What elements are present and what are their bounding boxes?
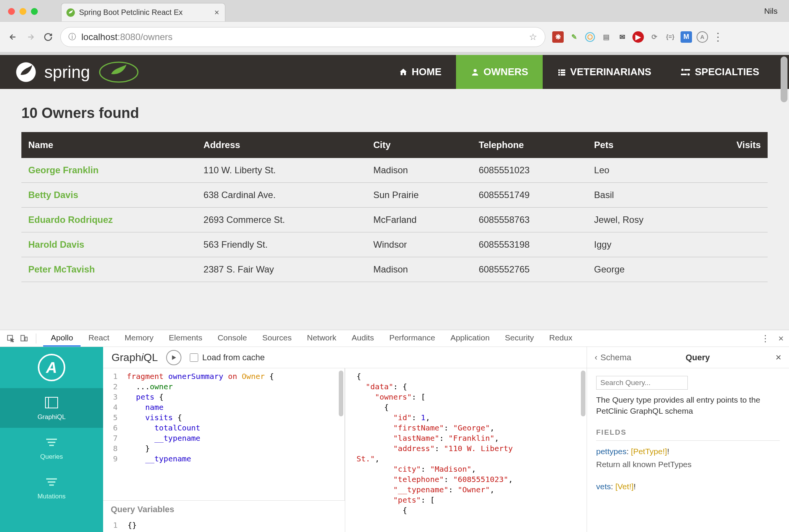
extension-icon-8[interactable]: {=} xyxy=(665,31,676,43)
doc-description: The Query type provides all entry points… xyxy=(596,394,780,417)
line-gutter: 123456789 xyxy=(103,371,123,464)
app-navbar: spring HOME OWNERS VETERINARIANS SPECIAL… xyxy=(0,55,789,89)
svg-rect-11 xyxy=(561,74,565,76)
table-row: Betty Davis 638 Cardinal Ave. Sun Prairi… xyxy=(21,183,768,208)
cache-checkbox-input[interactable] xyxy=(190,353,198,362)
leaf-logo-icon xyxy=(98,61,140,84)
nav-owners[interactable]: OWNERS xyxy=(456,55,543,89)
bookmark-star-icon[interactable]: ☆ xyxy=(529,32,537,42)
load-from-cache-checkbox[interactable]: Load from cache xyxy=(190,353,265,363)
cell-pets: Jewel, Rosy xyxy=(587,208,700,232)
result-pane[interactable]: { "data": { "owners": [ { "id": 1, "firs… xyxy=(345,368,587,532)
field-vets[interactable]: vets: [Vet!]! xyxy=(596,482,780,491)
profile-name[interactable]: Nils xyxy=(764,6,778,16)
svg-rect-19 xyxy=(45,397,58,408)
devtools-tab-security[interactable]: Security xyxy=(497,330,542,347)
doc-back-button[interactable]: ‹ Schema xyxy=(595,353,631,363)
window-close-button[interactable] xyxy=(8,8,15,15)
cell-visits xyxy=(700,232,768,257)
sidebar-graphiql[interactable]: GraphiQL xyxy=(0,388,103,428)
owner-name-link[interactable]: Harold Davis xyxy=(21,232,197,257)
extension-icon-2[interactable]: ✎ xyxy=(568,31,580,43)
devtools-tab-sources[interactable]: Sources xyxy=(255,330,299,347)
home-icon xyxy=(399,68,408,77)
doc-body: The Query type provides all entry points… xyxy=(587,368,789,503)
address-bar[interactable]: ⓘ localhost:8080/owners ☆ xyxy=(60,27,545,47)
devtools-tab-redux[interactable]: Redux xyxy=(542,330,580,347)
extension-icon-1[interactable]: ❋ xyxy=(552,31,564,43)
devtools-tab-audits[interactable]: Audits xyxy=(344,330,382,347)
extension-icon-5[interactable]: ✉ xyxy=(616,31,628,43)
nav-specialties[interactable]: SPECIALTIES xyxy=(666,55,774,89)
owner-name-link[interactable]: Peter McTavish xyxy=(21,257,197,282)
devtools-tab-application[interactable]: Application xyxy=(443,330,497,347)
play-button[interactable] xyxy=(166,350,181,365)
browser-menu-icon[interactable]: ⋮ xyxy=(713,31,723,43)
browser-chrome: Nils Spring Boot Petclinic React Ex × ⓘ … xyxy=(0,0,789,55)
doc-explorer: ‹ Schema Query × The Query type provides… xyxy=(587,347,789,532)
result-scrollbar[interactable] xyxy=(581,371,585,416)
owner-name-link[interactable]: George Franklin xyxy=(21,158,197,183)
table-row: George Franklin 110 W. Liberty St. Madis… xyxy=(21,158,768,183)
nav-veterinarians[interactable]: VETERINARIANS xyxy=(543,55,666,89)
cell-pets: Basil xyxy=(587,183,700,208)
tab-close-icon[interactable]: × xyxy=(214,8,219,18)
query-variables-header[interactable]: Query Variables xyxy=(103,500,345,518)
browser-tab[interactable]: Spring Boot Petclinic React Ex × xyxy=(61,3,225,21)
devtools-menu-icon[interactable]: ⋮ xyxy=(761,333,770,344)
svg-rect-9 xyxy=(561,72,565,73)
doc-close-icon[interactable]: × xyxy=(776,351,781,363)
page-viewport: spring HOME OWNERS VETERINARIANS SPECIAL… xyxy=(0,55,789,330)
spring-logo[interactable]: spring xyxy=(15,61,140,84)
cell-telephone: 6085558763 xyxy=(472,208,587,232)
extension-icon-4[interactable]: ▤ xyxy=(600,31,612,43)
extension-icon-7[interactable]: ⟳ xyxy=(648,31,660,43)
extension-icon-3[interactable] xyxy=(584,31,596,43)
extension-icon-10[interactable]: A xyxy=(697,31,708,43)
extension-icon-9[interactable]: M xyxy=(681,31,692,43)
sidebar-queries[interactable]: Queries xyxy=(40,428,63,468)
doc-search-input[interactable] xyxy=(596,376,688,390)
forward-button[interactable] xyxy=(25,32,36,42)
separator xyxy=(36,334,36,343)
field-pettypes[interactable]: pettypes: [[PetType!]!PetType!]! xyxy=(596,447,780,456)
extension-icons: ❋ ✎ ▤ ✉ ▶ ⟳ {=} M A ⋮ xyxy=(552,31,723,43)
devtools-tab-memory[interactable]: Memory xyxy=(117,330,161,347)
cell-visits xyxy=(700,208,768,232)
apollo-logo-icon[interactable]: A xyxy=(38,354,65,381)
devtools-tab-performance[interactable]: Performance xyxy=(382,330,443,347)
devtools-tab-console[interactable]: Console xyxy=(210,330,255,347)
svg-point-2 xyxy=(588,35,592,39)
inspect-icon[interactable] xyxy=(5,333,16,344)
cell-city: Windsor xyxy=(367,232,472,257)
owner-name-link[interactable]: Eduardo Rodriquez xyxy=(21,208,197,232)
spring-logo-text: spring xyxy=(44,63,90,82)
site-info-icon[interactable]: ⓘ xyxy=(68,32,76,42)
devtools-tab-network[interactable]: Network xyxy=(299,330,344,347)
window-minimize-button[interactable] xyxy=(19,8,26,15)
window-maximize-button[interactable] xyxy=(31,8,38,15)
col-visits: Visits xyxy=(700,132,768,158)
owner-name-link[interactable]: Betty Davis xyxy=(21,183,197,208)
back-button[interactable] xyxy=(8,32,18,42)
devtools-tab-react[interactable]: React xyxy=(81,330,117,347)
devtools-tab-elements[interactable]: Elements xyxy=(161,330,210,347)
query-editor[interactable]: 123456789 fragment ownerSummary on Owner… xyxy=(103,368,345,500)
page-scrollbar[interactable] xyxy=(781,56,787,102)
reload-button[interactable] xyxy=(43,32,53,42)
svg-rect-10 xyxy=(558,74,560,76)
doc-fields-heading: FIELDS xyxy=(596,428,780,441)
col-address: Address xyxy=(197,132,367,158)
sidebar-mutations[interactable]: Mutations xyxy=(37,468,66,507)
editor-scrollbar[interactable] xyxy=(339,371,343,416)
nav-home[interactable]: HOME xyxy=(384,55,456,89)
query-variables-editor[interactable]: 1 {} xyxy=(103,518,345,532)
devtools-close-icon[interactable]: × xyxy=(778,333,784,344)
cell-address: 2387 S. Fair Way xyxy=(197,257,367,282)
extension-icon-6[interactable]: ▶ xyxy=(632,31,644,43)
devtools-tab-apollo[interactable]: Apollo xyxy=(43,330,81,347)
browser-toolbar: ⓘ localhost:8080/owners ☆ ❋ ✎ ▤ ✉ ▶ ⟳ {=… xyxy=(0,21,789,52)
device-icon[interactable] xyxy=(18,333,29,344)
svg-rect-13 xyxy=(684,69,690,71)
user-icon xyxy=(470,68,480,77)
